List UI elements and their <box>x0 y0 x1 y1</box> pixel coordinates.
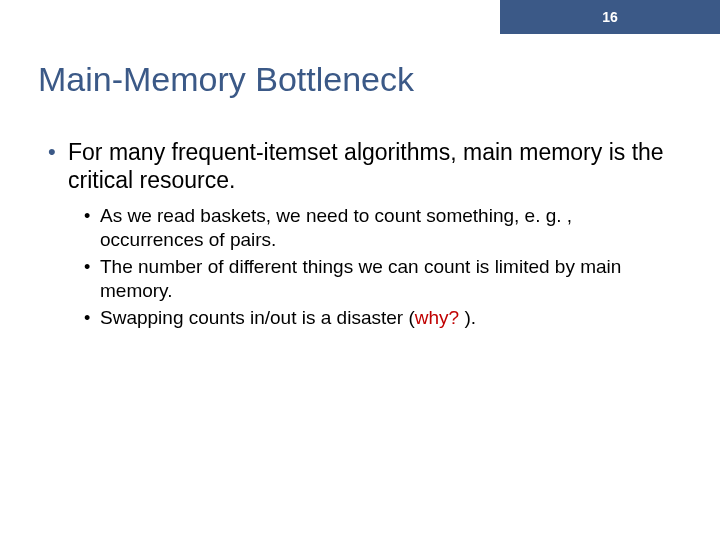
bullet-text: For many frequent-itemset algorithms, ma… <box>68 138 680 194</box>
bullet-level2: • The number of different things we can … <box>84 255 680 303</box>
bullet-dot-icon: • <box>84 306 100 330</box>
bullet-text: Swapping counts in/out is a disaster (wh… <box>100 306 476 330</box>
slide: 16 Main-Memory Bottleneck • For many fre… <box>0 0 720 540</box>
bullet-text: As we read baskets, we need to count som… <box>100 204 680 252</box>
why-text: why? <box>415 307 465 328</box>
page-number: 16 <box>602 9 618 25</box>
bullet-dot-icon: • <box>84 204 100 252</box>
sub-bullet-group: • As we read baskets, we need to count s… <box>84 204 680 330</box>
slide-body: • For many frequent-itemset algorithms, … <box>48 138 680 333</box>
bullet-level2: • Swapping counts in/out is a disaster (… <box>84 306 680 330</box>
slide-title: Main-Memory Bottleneck <box>38 60 414 99</box>
bullet-text-tail: ). <box>464 307 476 328</box>
header-bar: 16 <box>500 0 720 34</box>
bullet-dot-icon: • <box>48 138 68 194</box>
bullet-level1: • For many frequent-itemset algorithms, … <box>48 138 680 194</box>
bullet-dot-icon: • <box>84 255 100 303</box>
bullet-level2: • As we read baskets, we need to count s… <box>84 204 680 252</box>
bullet-text-part: Swapping counts in/out is a disaster ( <box>100 307 415 328</box>
bullet-text: The number of different things we can co… <box>100 255 680 303</box>
